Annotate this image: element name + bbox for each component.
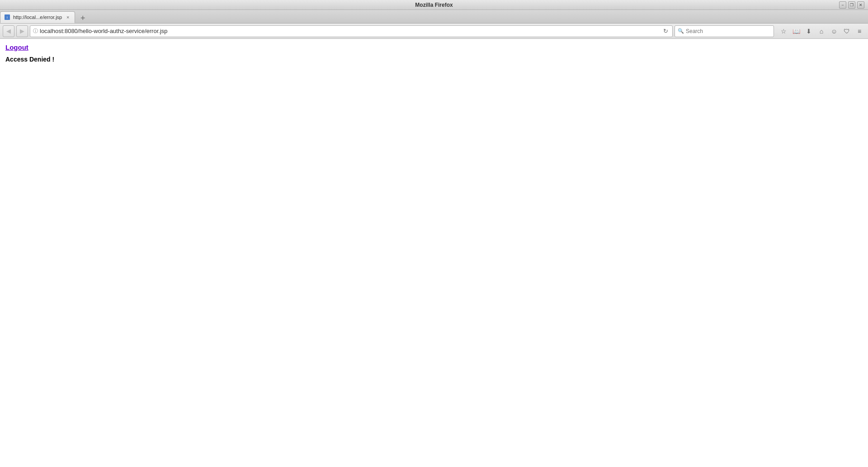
- tab-favicon: i: [4, 14, 10, 20]
- home-icon[interactable]: ⌂: [816, 25, 827, 37]
- close-button[interactable]: ✕: [857, 1, 864, 9]
- smiley-icon[interactable]: ☺: [828, 25, 840, 37]
- navigation-bar: ◀ ▶ ⓘ ↻ 🔍 ☆ 📖 ⬇ ⌂ ☺ 🛡 ≡: [0, 24, 868, 39]
- reading-view-icon[interactable]: 📖: [790, 25, 802, 37]
- bookmark-icon[interactable]: ☆: [778, 25, 789, 37]
- window-title: Mozilla Firefox: [415, 2, 453, 8]
- restore-button[interactable]: ❐: [848, 1, 855, 9]
- lock-icon: ⓘ: [33, 28, 38, 34]
- download-icon[interactable]: ⬇: [803, 25, 815, 37]
- search-icon: 🔍: [678, 28, 684, 34]
- address-bar[interactable]: [40, 28, 660, 34]
- browser-tab[interactable]: i http://local...e/error.jsp ×: [0, 11, 75, 23]
- tab-close-button[interactable]: ×: [65, 14, 71, 20]
- page-content: Logout Access Denied !: [0, 39, 868, 467]
- logout-link[interactable]: Logout: [5, 43, 863, 51]
- new-tab-button[interactable]: +: [77, 13, 89, 23]
- refresh-button[interactable]: ↻: [661, 27, 670, 35]
- forward-button[interactable]: ▶: [16, 25, 28, 37]
- toolbar-icons: ☆ 📖 ⬇ ⌂ ☺ 🛡 ≡: [778, 25, 865, 37]
- menu-icon[interactable]: ≡: [854, 25, 865, 37]
- search-bar-container: 🔍: [675, 25, 774, 37]
- favicon-icon: i: [5, 14, 10, 20]
- back-button[interactable]: ◀: [3, 25, 14, 37]
- access-denied-text: Access Denied !: [5, 56, 863, 63]
- title-bar: Mozilla Firefox − ❐ ✕: [0, 0, 868, 10]
- shield-icon[interactable]: 🛡: [841, 25, 853, 37]
- search-input[interactable]: [686, 28, 771, 34]
- address-bar-container: ⓘ ↻: [30, 25, 673, 37]
- tab-label: http://local...e/error.jsp: [13, 14, 62, 20]
- tab-bar: i http://local...e/error.jsp × +: [0, 10, 868, 24]
- window-controls: − ❐ ✕: [839, 1, 864, 9]
- minimize-button[interactable]: −: [839, 1, 846, 9]
